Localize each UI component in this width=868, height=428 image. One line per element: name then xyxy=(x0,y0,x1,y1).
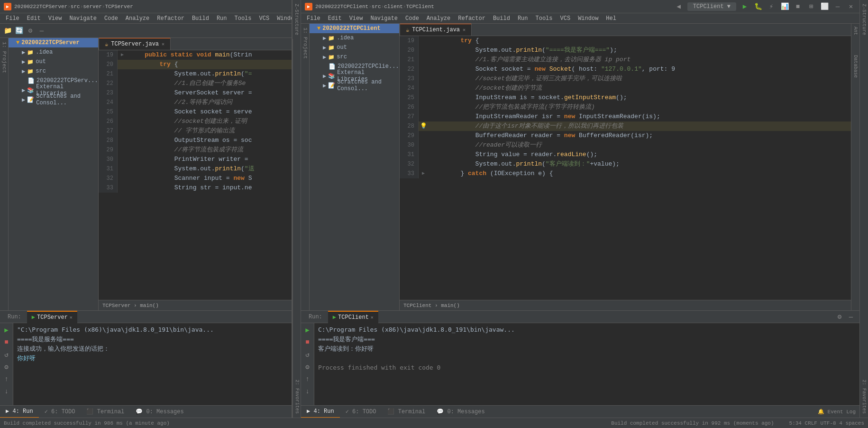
menu-analyze-left[interactable]: Analyze xyxy=(122,14,153,23)
right-run-btn[interactable]: ▶ xyxy=(740,2,749,11)
right-stop-btn[interactable]: ■ xyxy=(793,2,803,11)
left-project-title: 20200222TCPServer xyxy=(14,4,67,9)
scroll-up-btn-left[interactable]: ↑ xyxy=(2,374,11,384)
close-tab-right[interactable]: ✕ xyxy=(463,27,466,33)
tree-idea-left[interactable]: ▶ 📁 .idea xyxy=(9,47,98,57)
code-line-32-right: 32 System.out.println("客户端读到："+value); xyxy=(400,159,851,169)
menu-window-right[interactable]: Window xyxy=(574,14,602,23)
run-config-dropdown[interactable]: TCPClient ▼ xyxy=(687,2,736,11)
menu-refactor-right[interactable]: Refactor xyxy=(454,14,489,23)
tree-out-right[interactable]: ▶ 📁 out xyxy=(310,43,399,52)
menu-navigate-left[interactable]: Navigate xyxy=(65,14,101,23)
right-bottom-tab-messages[interactable]: 💬 0: Messages xyxy=(431,406,490,418)
menu-view-left[interactable]: View xyxy=(45,14,66,23)
tab-tcpclient-java[interactable]: ☕ TCPClient.java ✕ xyxy=(400,24,472,36)
run-settings-btn-left[interactable]: ⚙ xyxy=(2,362,11,372)
right-coverage-btn[interactable]: ⚡ xyxy=(767,2,776,11)
code-line-32-left: 32 Scanner input = new S xyxy=(99,174,292,183)
tree-root-right[interactable]: ▼ 20200222TCPClient xyxy=(310,24,399,33)
right-code-editor[interactable]: 19 try { 20 System.out.println("====我是客户… xyxy=(400,36,851,300)
nav-back-btn[interactable]: ◀ xyxy=(674,2,684,11)
menu-view-right[interactable]: View xyxy=(346,14,367,23)
right-maximize-btn[interactable]: ⬜ xyxy=(820,2,829,11)
right-bottom-tab-run[interactable]: ▶ 4: Run xyxy=(301,406,340,418)
right-run-settings[interactable]: ⚙ xyxy=(835,312,844,322)
run-play-btn-left[interactable]: ▶ xyxy=(2,325,11,335)
tree-src-right[interactable]: ▶ 📁 src xyxy=(310,52,399,62)
right-run-tab-close[interactable]: ✕ xyxy=(371,315,374,320)
menu-tools-right[interactable]: Tools xyxy=(532,14,557,23)
menu-run-left[interactable]: Run xyxy=(213,14,231,23)
menu-vcs-left[interactable]: VCS xyxy=(256,14,274,23)
left-bottom-tab-todo[interactable]: ✓ 6: TODO xyxy=(39,406,81,418)
code-line-26-right: 26 //把字节流包装成字符流(字节字符转换流) xyxy=(400,102,851,112)
menu-tools-left[interactable]: Tools xyxy=(231,14,256,23)
settings-icon-left[interactable]: ⚙ xyxy=(26,26,35,36)
run-settings-btn-right[interactable]: ⚙ xyxy=(303,362,312,372)
right-run-minimize[interactable]: — xyxy=(846,312,856,322)
scroll-up-btn-right[interactable]: ↑ xyxy=(303,374,312,384)
menu-analyze-right[interactable]: Analyze xyxy=(423,14,454,23)
right-close-btn[interactable]: ✕ xyxy=(846,2,856,11)
sync-icon-left[interactable]: 🔄 xyxy=(14,26,24,36)
right-profile-btn[interactable]: 📊 xyxy=(780,2,789,11)
right-bottom-tab-terminal[interactable]: ⬛ Terminal xyxy=(382,406,431,418)
run-stop-btn-left[interactable]: ■ xyxy=(2,337,11,347)
event-log-btn[interactable]: 🔔 Event Log xyxy=(818,409,856,415)
structure-tab-left[interactable]: 1: Project xyxy=(0,38,9,310)
right-split-btn[interactable]: ⊞ xyxy=(806,2,816,11)
tree-idea-right[interactable]: ▶ 📁 .idea xyxy=(310,33,399,43)
run-rerun-btn-left[interactable]: ↺ xyxy=(2,350,11,359)
menu-build-right[interactable]: Build xyxy=(489,14,514,23)
structure-strip-left[interactable]: Z-Structure xyxy=(292,0,301,39)
favorites-strip-right[interactable]: 2: Favorites xyxy=(860,376,868,418)
collapse-icon-left[interactable]: — xyxy=(37,26,46,36)
run-rerun-btn-right[interactable]: ↺ xyxy=(303,350,312,359)
menu-file-right[interactable]: File xyxy=(303,14,324,23)
favorites-strip-left[interactable]: 2: Favorites xyxy=(293,376,301,418)
menu-run-right[interactable]: Run xyxy=(514,14,532,23)
right-debug-btn[interactable]: 🐛 xyxy=(753,2,763,11)
project-icon-left[interactable]: 📁 xyxy=(3,26,12,36)
left-bottom-tab-terminal[interactable]: ⬛ Terminal xyxy=(81,406,130,418)
menu-code-right[interactable]: Code xyxy=(402,14,423,23)
menu-refactor-left[interactable]: Refactor xyxy=(153,14,188,23)
menu-edit-left[interactable]: Edit xyxy=(23,14,45,23)
scroll-down-btn-right[interactable]: ↓ xyxy=(303,387,312,396)
menu-navigate-right[interactable]: Navigate xyxy=(366,14,402,23)
left-bottom-tab-run[interactable]: ▶ 4: Run xyxy=(0,406,39,418)
left-code-editor[interactable]: 19 ▶ public static void main(Strin 20 tr… xyxy=(99,50,292,300)
code-line-33-right: 33 ▶ } catch (IOException e) { xyxy=(400,169,851,178)
database-tab-right[interactable]: Database xyxy=(852,52,859,81)
structure-tab-right[interactable]: 1: Project xyxy=(301,24,310,310)
run-stop-btn-right[interactable]: ■ xyxy=(303,337,312,347)
right-bottom-tab-todo[interactable]: ✓ 6: TODO xyxy=(340,406,382,418)
code-line-29-left: 29 //将字节流包装成字符流 xyxy=(99,145,292,155)
tree-src-left[interactable]: ▶ 📁 src xyxy=(9,66,98,76)
menu-code-left[interactable]: Code xyxy=(101,14,122,23)
right-run-tab-tcpclient[interactable]: ▶ TCPClient ✕ xyxy=(328,311,378,323)
tab-tcpserver-java[interactable]: ☕ TCPServer.java ✕ xyxy=(99,38,171,50)
right-minimize-btn[interactable]: — xyxy=(833,2,842,11)
scroll-down-btn-left[interactable]: ↓ xyxy=(2,387,11,396)
menu-hel-right[interactable]: Hel xyxy=(602,14,620,23)
code-line-23-right: 23 //socket创建完毕，证明三次握手完毕，可以连接啦 xyxy=(400,74,851,84)
code-line-22-right: 22 Socket socket = new Socket( host: "12… xyxy=(400,65,851,74)
tree-out-left[interactable]: ▶ 📁 out xyxy=(9,57,98,66)
left-run-tab-close[interactable]: ✕ xyxy=(70,315,73,320)
structure-strip-right[interactable]: Z-Structure xyxy=(860,0,868,39)
menu-build-left[interactable]: Build xyxy=(188,14,213,23)
tree-scratches-left[interactable]: ▶ 📝 Scratches and Consol... xyxy=(9,95,98,104)
tree-scratches-right[interactable]: ▶ 📝 Scratches and Consol... xyxy=(310,81,399,90)
menu-edit-right[interactable]: Edit xyxy=(324,14,346,23)
close-tab-left[interactable]: ✕ xyxy=(162,41,164,47)
left-run-tab-tcpserver[interactable]: ▶ TCPServer ✕ xyxy=(27,311,77,323)
ant-tab-right[interactable]: Ant xyxy=(852,24,859,38)
menu-file-left[interactable]: File xyxy=(2,14,23,23)
menu-vcs-right[interactable]: VCS xyxy=(557,14,575,23)
menu-window-left[interactable]: Window xyxy=(273,14,292,23)
run-play-btn-right[interactable]: ▶ xyxy=(303,325,312,335)
left-bottom-tab-messages[interactable]: 💬 0: Messages xyxy=(130,406,189,418)
tree-root-left[interactable]: ▼ 20200222TCPServer xyxy=(9,38,98,47)
bulb-icon[interactable]: 💡 xyxy=(420,121,427,131)
